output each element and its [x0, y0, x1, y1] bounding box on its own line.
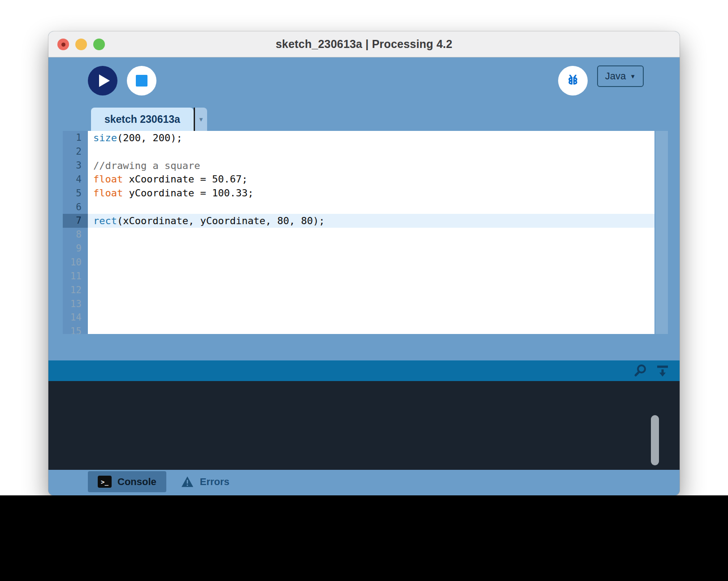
line-number: 4: [63, 173, 88, 186]
terminal-icon: >_: [98, 476, 112, 488]
window-title: sketch_230613a | Processing 4.2: [48, 38, 680, 51]
zoom-button[interactable]: [93, 39, 105, 50]
token-comment: //drawing a square: [93, 160, 200, 171]
token-fn: rect: [93, 215, 117, 226]
code-text[interactable]: [88, 228, 654, 242]
editor-scrollbar[interactable]: [655, 131, 668, 334]
token-fn: size: [93, 132, 117, 143]
tab-bar: sketch 230613a ▼: [48, 108, 680, 131]
code-text[interactable]: size(200, 200);: [88, 131, 654, 145]
code-line-8[interactable]: 8: [63, 228, 680, 242]
code-text[interactable]: [88, 200, 654, 214]
debug-butterfly-icon: [564, 72, 582, 90]
debug-button[interactable]: [558, 66, 588, 95]
play-icon: [99, 74, 110, 87]
line-number: 5: [63, 186, 88, 200]
warning-icon: [181, 476, 194, 488]
code-text[interactable]: [88, 145, 654, 159]
code-text[interactable]: [88, 297, 654, 311]
tab-console[interactable]: >_ Console: [88, 471, 166, 492]
code-line-5[interactable]: 5float yCoordinate = 100.33;: [63, 186, 680, 200]
line-number: 6: [63, 200, 88, 214]
token-type: float: [93, 187, 123, 199]
toolbar: Java ▼: [48, 57, 680, 108]
console-scrollbar-thumb[interactable]: [651, 415, 659, 465]
console-tabs: >_ Console Errors: [48, 470, 680, 495]
console-tab-label: Console: [117, 476, 156, 488]
line-number: 12: [63, 283, 88, 297]
code-text[interactable]: //drawing a square: [88, 159, 654, 173]
token-plain: (xCoordinate, yCoordinate, 80, 80);: [117, 215, 325, 226]
token-plain: yCoordinate = 100.33;: [123, 187, 253, 199]
run-button[interactable]: [88, 66, 117, 95]
code-line-14[interactable]: 14: [63, 311, 680, 325]
code-line-12[interactable]: 12: [63, 283, 680, 297]
tab-errors[interactable]: Errors: [171, 471, 239, 492]
token-plain: (200, 200);: [117, 132, 182, 143]
code-line-7[interactable]: 7rect(xCoordinate, yCoordinate, 80, 80);: [63, 214, 680, 228]
line-number: 9: [63, 242, 88, 256]
search-icon[interactable]: [633, 363, 648, 378]
code-line-1[interactable]: 1size(200, 200);: [63, 131, 680, 145]
line-number: 11: [63, 269, 88, 283]
token-type: float: [93, 173, 123, 185]
line-number: 10: [63, 256, 88, 269]
token-plain: xCoordinate = 50.67;: [123, 173, 247, 185]
minimize-button[interactable]: [75, 39, 87, 50]
code-text[interactable]: rect(xCoordinate, yCoordinate, 80, 80);: [88, 214, 654, 228]
desktop-black-band: [0, 495, 728, 581]
console-header: [48, 360, 680, 381]
code-text[interactable]: float yCoordinate = 100.33;: [88, 186, 654, 200]
chevron-down-icon: ▼: [630, 73, 636, 80]
line-number: 14: [63, 311, 88, 325]
line-number: 7: [63, 214, 88, 228]
code-text[interactable]: [88, 256, 654, 269]
code-text[interactable]: [88, 311, 654, 325]
line-number: 15: [63, 325, 88, 334]
line-number: 13: [63, 297, 88, 311]
code-line-15[interactable]: 15: [63, 325, 680, 334]
code-line-4[interactable]: 4float xCoordinate = 50.67;: [63, 173, 680, 186]
processing-ide-window: sketch_230613a | Processing 4.2 Java: [48, 31, 680, 495]
code-line-9[interactable]: 9: [63, 242, 680, 256]
line-number: 8: [63, 228, 88, 242]
tab-sketch[interactable]: sketch 230613a: [91, 108, 194, 131]
code-line-10[interactable]: 10: [63, 256, 680, 269]
mode-selector[interactable]: Java ▼: [597, 65, 644, 87]
tab-menu-button[interactable]: ▼: [195, 108, 207, 131]
mode-label: Java: [605, 70, 626, 82]
line-number: 3: [63, 159, 88, 173]
code-line-11[interactable]: 11: [63, 269, 680, 283]
code-text[interactable]: float xCoordinate = 50.67;: [88, 173, 654, 186]
code-text[interactable]: [88, 242, 654, 256]
editor[interactable]: 1size(200, 200);23//drawing a square4flo…: [48, 131, 680, 334]
line-number: 2: [63, 145, 88, 159]
console-output[interactable]: [48, 381, 680, 470]
chevron-down-icon: ▼: [198, 116, 204, 123]
traffic-lights: [57, 39, 105, 50]
scroll-to-bottom-icon[interactable]: [655, 363, 670, 378]
line-number: 1: [63, 131, 88, 145]
tab-label: sketch 230613a: [104, 113, 180, 126]
errors-tab-label: Errors: [200, 476, 230, 488]
stop-button[interactable]: [127, 66, 156, 95]
code-text[interactable]: [88, 325, 654, 334]
code-text[interactable]: [88, 283, 654, 297]
editor-console-divider[interactable]: [48, 334, 680, 360]
title-bar[interactable]: sketch_230613a | Processing 4.2: [48, 31, 680, 57]
code-line-2[interactable]: 2: [63, 145, 680, 159]
stop-icon: [136, 75, 147, 87]
code-text[interactable]: [88, 269, 654, 283]
code-line-13[interactable]: 13: [63, 297, 680, 311]
close-button[interactable]: [57, 39, 69, 50]
code-line-6[interactable]: 6: [63, 200, 680, 214]
code-line-3[interactable]: 3//drawing a square: [63, 159, 680, 173]
